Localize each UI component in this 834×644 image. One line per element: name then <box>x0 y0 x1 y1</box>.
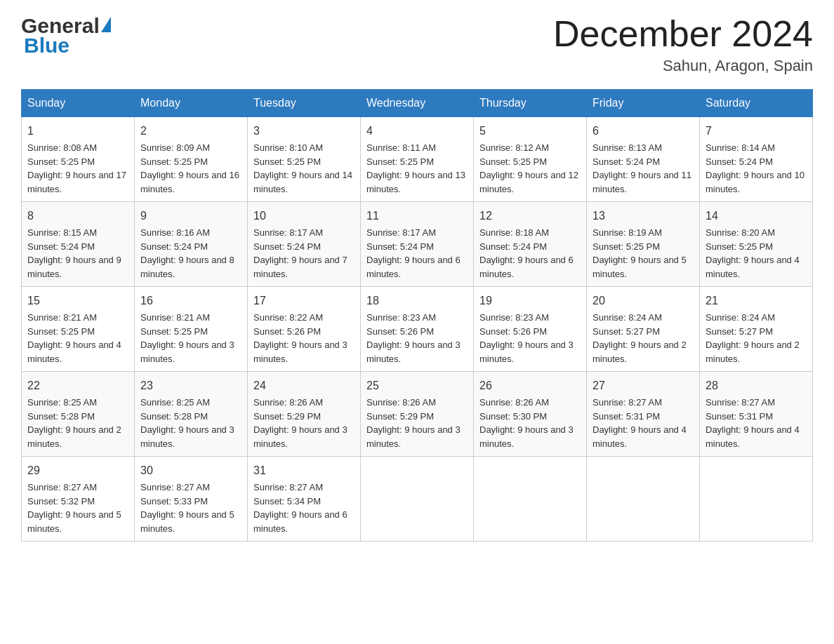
calendar-cell: 7Sunrise: 8:14 AMSunset: 5:24 PMDaylight… <box>700 117 813 202</box>
header-day-wednesday: Wednesday <box>361 90 474 117</box>
day-number: 18 <box>366 293 468 309</box>
day-info: Sunrise: 8:18 AMSunset: 5:24 PMDaylight:… <box>479 227 574 279</box>
calendar-cell: 19Sunrise: 8:23 AMSunset: 5:26 PMDayligh… <box>474 287 587 372</box>
day-info: Sunrise: 8:26 AMSunset: 5:29 PMDaylight:… <box>366 397 461 449</box>
title-area: December 2024 Sahun, Aragon, Spain <box>553 14 813 75</box>
day-number: 27 <box>593 377 694 394</box>
logo: General Blue <box>21 14 111 58</box>
calendar-cell <box>361 457 474 542</box>
day-number: 20 <box>593 293 694 309</box>
day-info: Sunrise: 8:23 AMSunset: 5:26 PMDaylight:… <box>479 312 574 364</box>
day-number: 17 <box>253 293 355 309</box>
calendar-cell: 31Sunrise: 8:27 AMSunset: 5:34 PMDayligh… <box>248 457 361 542</box>
day-info: Sunrise: 8:19 AMSunset: 5:25 PMDaylight:… <box>593 227 687 279</box>
day-info: Sunrise: 8:10 AMSunset: 5:25 PMDaylight:… <box>253 142 352 194</box>
header-day-friday: Friday <box>587 90 700 117</box>
day-number: 8 <box>27 208 128 224</box>
day-info: Sunrise: 8:26 AMSunset: 5:30 PMDaylight:… <box>479 397 574 449</box>
calendar-cell: 23Sunrise: 8:25 AMSunset: 5:28 PMDayligh… <box>135 372 248 457</box>
day-number: 14 <box>706 208 807 224</box>
calendar-cell: 6Sunrise: 8:13 AMSunset: 5:24 PMDaylight… <box>587 117 700 202</box>
day-number: 30 <box>140 462 241 479</box>
day-number: 2 <box>140 123 241 140</box>
day-info: Sunrise: 8:22 AMSunset: 5:26 PMDaylight:… <box>253 312 348 364</box>
calendar-cell: 29Sunrise: 8:27 AMSunset: 5:32 PMDayligh… <box>22 457 135 542</box>
day-number: 16 <box>140 293 241 309</box>
calendar-cell: 12Sunrise: 8:18 AMSunset: 5:24 PMDayligh… <box>474 202 587 287</box>
calendar-cell: 18Sunrise: 8:23 AMSunset: 5:26 PMDayligh… <box>361 287 474 372</box>
day-info: Sunrise: 8:24 AMSunset: 5:27 PMDaylight:… <box>593 312 687 364</box>
day-number: 15 <box>27 293 128 309</box>
calendar-cell <box>474 457 587 542</box>
day-number: 10 <box>253 208 355 224</box>
day-info: Sunrise: 8:09 AMSunset: 5:25 PMDaylight:… <box>140 142 239 194</box>
week-row-1: 1Sunrise: 8:08 AMSunset: 5:25 PMDaylight… <box>22 117 813 202</box>
calendar-cell: 5Sunrise: 8:12 AMSunset: 5:25 PMDaylight… <box>474 117 587 202</box>
day-info: Sunrise: 8:27 AMSunset: 5:33 PMDaylight:… <box>140 482 234 534</box>
calendar-cell: 26Sunrise: 8:26 AMSunset: 5:30 PMDayligh… <box>474 372 587 457</box>
day-info: Sunrise: 8:08 AMSunset: 5:25 PMDaylight:… <box>27 142 126 194</box>
week-row-2: 8Sunrise: 8:15 AMSunset: 5:24 PMDaylight… <box>22 202 813 287</box>
calendar-cell: 22Sunrise: 8:25 AMSunset: 5:28 PMDayligh… <box>22 372 135 457</box>
day-info: Sunrise: 8:25 AMSunset: 5:28 PMDaylight:… <box>140 397 234 449</box>
calendar-cell: 27Sunrise: 8:27 AMSunset: 5:31 PMDayligh… <box>587 372 700 457</box>
week-row-5: 29Sunrise: 8:27 AMSunset: 5:32 PMDayligh… <box>22 457 813 542</box>
day-number: 5 <box>479 123 581 140</box>
calendar-cell: 30Sunrise: 8:27 AMSunset: 5:33 PMDayligh… <box>135 457 248 542</box>
day-info: Sunrise: 8:12 AMSunset: 5:25 PMDaylight:… <box>479 142 578 194</box>
calendar-cell: 13Sunrise: 8:19 AMSunset: 5:25 PMDayligh… <box>587 202 700 287</box>
day-number: 22 <box>27 377 128 394</box>
day-info: Sunrise: 8:15 AMSunset: 5:24 PMDaylight:… <box>27 227 121 279</box>
header-day-tuesday: Tuesday <box>248 90 361 117</box>
calendar-table: SundayMondayTuesdayWednesdayThursdayFrid… <box>21 89 813 542</box>
day-number: 28 <box>706 377 807 394</box>
day-info: Sunrise: 8:27 AMSunset: 5:34 PMDaylight:… <box>253 482 348 534</box>
day-info: Sunrise: 8:25 AMSunset: 5:28 PMDaylight:… <box>27 397 121 449</box>
day-number: 4 <box>366 123 468 140</box>
day-info: Sunrise: 8:13 AMSunset: 5:24 PMDaylight:… <box>593 142 691 194</box>
calendar-cell <box>587 457 700 542</box>
month-title: December 2024 <box>553 14 813 54</box>
day-info: Sunrise: 8:17 AMSunset: 5:24 PMDaylight:… <box>366 227 461 279</box>
logo-blue-text: Blue <box>24 34 70 58</box>
day-info: Sunrise: 8:21 AMSunset: 5:25 PMDaylight:… <box>27 312 121 364</box>
calendar-cell <box>700 457 813 542</box>
calendar-cell: 25Sunrise: 8:26 AMSunset: 5:29 PMDayligh… <box>361 372 474 457</box>
day-info: Sunrise: 8:24 AMSunset: 5:27 PMDaylight:… <box>706 312 800 364</box>
day-info: Sunrise: 8:20 AMSunset: 5:25 PMDaylight:… <box>706 227 800 279</box>
page-header: General Blue December 2024 Sahun, Aragon… <box>21 14 813 75</box>
day-info: Sunrise: 8:17 AMSunset: 5:24 PMDaylight:… <box>253 227 348 279</box>
calendar-cell: 16Sunrise: 8:21 AMSunset: 5:25 PMDayligh… <box>135 287 248 372</box>
calendar-cell: 3Sunrise: 8:10 AMSunset: 5:25 PMDaylight… <box>248 117 361 202</box>
day-info: Sunrise: 8:16 AMSunset: 5:24 PMDaylight:… <box>140 227 234 279</box>
week-row-3: 15Sunrise: 8:21 AMSunset: 5:25 PMDayligh… <box>22 287 813 372</box>
day-number: 26 <box>479 377 581 394</box>
calendar-cell: 15Sunrise: 8:21 AMSunset: 5:25 PMDayligh… <box>22 287 135 372</box>
day-number: 7 <box>706 123 807 140</box>
day-number: 1 <box>27 123 128 140</box>
calendar-cell: 17Sunrise: 8:22 AMSunset: 5:26 PMDayligh… <box>248 287 361 372</box>
calendar-cell: 14Sunrise: 8:20 AMSunset: 5:25 PMDayligh… <box>700 202 813 287</box>
day-number: 3 <box>253 123 355 140</box>
day-number: 29 <box>27 462 128 479</box>
logo-triangle-icon <box>101 17 111 32</box>
day-info: Sunrise: 8:21 AMSunset: 5:25 PMDaylight:… <box>140 312 234 364</box>
day-info: Sunrise: 8:27 AMSunset: 5:31 PMDaylight:… <box>706 397 800 449</box>
day-info: Sunrise: 8:26 AMSunset: 5:29 PMDaylight:… <box>253 397 348 449</box>
calendar-cell: 8Sunrise: 8:15 AMSunset: 5:24 PMDaylight… <box>22 202 135 287</box>
calendar-cell: 2Sunrise: 8:09 AMSunset: 5:25 PMDaylight… <box>135 117 248 202</box>
week-row-4: 22Sunrise: 8:25 AMSunset: 5:28 PMDayligh… <box>22 372 813 457</box>
calendar-cell: 24Sunrise: 8:26 AMSunset: 5:29 PMDayligh… <box>248 372 361 457</box>
calendar-cell: 28Sunrise: 8:27 AMSunset: 5:31 PMDayligh… <box>700 372 813 457</box>
day-info: Sunrise: 8:27 AMSunset: 5:31 PMDaylight:… <box>593 397 687 449</box>
calendar-cell: 20Sunrise: 8:24 AMSunset: 5:27 PMDayligh… <box>587 287 700 372</box>
calendar-cell: 1Sunrise: 8:08 AMSunset: 5:25 PMDaylight… <box>22 117 135 202</box>
day-number: 6 <box>593 123 694 140</box>
day-info: Sunrise: 8:11 AMSunset: 5:25 PMDaylight:… <box>366 142 465 194</box>
calendar-cell: 21Sunrise: 8:24 AMSunset: 5:27 PMDayligh… <box>700 287 813 372</box>
location-subtitle: Sahun, Aragon, Spain <box>553 57 813 75</box>
calendar-cell: 4Sunrise: 8:11 AMSunset: 5:25 PMDaylight… <box>361 117 474 202</box>
day-info: Sunrise: 8:23 AMSunset: 5:26 PMDaylight:… <box>366 312 461 364</box>
day-number: 19 <box>479 293 581 309</box>
calendar-cell: 9Sunrise: 8:16 AMSunset: 5:24 PMDaylight… <box>135 202 248 287</box>
